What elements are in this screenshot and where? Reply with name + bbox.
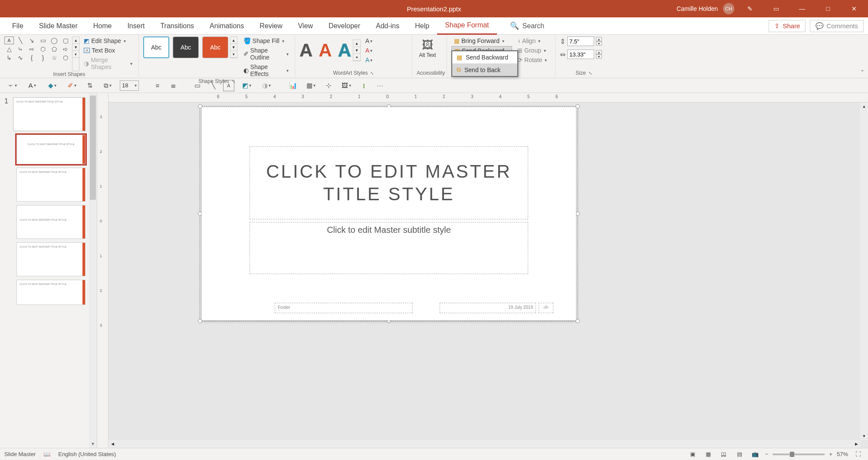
subtitle-placeholder[interactable]: Click to edit Master subtitle style [250,222,528,274]
shape-style-gallery[interactable]: Abc Abc Abc [143,36,228,58]
search-label[interactable]: Search [523,22,545,30]
maximize-button[interactable]: □ [818,0,838,17]
line-arrow-icon[interactable]: ↘ [27,36,36,44]
callout-shape-icon[interactable]: ⬡ [61,54,70,62]
comments-button[interactable]: 💬 Comments [810,20,864,32]
style-gallery-spinner[interactable]: ▲ ▼ ▾ [230,36,237,58]
triangle-shape-icon[interactable]: △ [4,45,14,53]
tab-shape-format[interactable]: Shape Format [437,17,496,35]
bring-forward-button[interactable]: ▦Bring Forward▾ [451,36,512,45]
date-placeholder[interactable]: 19 July 2019 [440,303,536,313]
align-button[interactable]: ⫞Align▾ [515,36,549,45]
star-shape-icon[interactable]: ☆ [49,54,59,62]
thumbnail-scrollbar[interactable]: ▲ ▼ [89,93,97,448]
spin-down-icon[interactable]: ▼ [353,47,360,54]
thumbnail-layout-2[interactable]: CLICK TO EDIT MASTER TITLE STYLE [16,168,85,202]
tab-home[interactable]: Home [85,17,120,35]
zoom-slider-knob[interactable] [790,452,794,457]
tab-file[interactable]: File [4,17,31,35]
font-size-selector[interactable]: 18▾ [120,80,139,91]
sorter-view-button[interactable]: ▦ [703,450,714,459]
slide[interactable]: CLICK TO EDIT MASTER TITLE STYLE Click t… [202,107,576,320]
shapes-gallery-spinner[interactable]: ▲ ▼ ▾ [72,36,79,71]
spin-more-icon[interactable]: ▾ [230,51,237,58]
oval-shape-icon[interactable]: ◯ [49,36,59,44]
height-input[interactable] [567,36,594,46]
rotate-button[interactable]: ⟳Rotate▾ [515,56,549,64]
guides-button[interactable]: ⫿ [358,80,370,91]
scroll-right-icon[interactable]: ▶ [852,440,860,448]
rounded-rect-icon[interactable]: ▢ [61,36,70,44]
connector-icon[interactable]: ↳ [4,54,14,62]
width-field[interactable]: ⇔ ▲▼ [560,50,608,59]
font-color-button[interactable]: A▾ [24,80,40,91]
slide-number-text[interactable]: ‹#› [543,305,549,310]
spin-up-icon[interactable]: ▲ [596,50,602,54]
date-text[interactable]: 19 July 2019 [508,305,533,310]
thumbnail-layout-3[interactable]: CLICK TO EDIT MASTER TITLE STYLE [16,205,85,239]
resize-handle-e[interactable] [575,212,580,216]
wordart-gallery-spinner[interactable]: ▲ ▼ ▾ [353,40,361,61]
spin-up-icon[interactable]: ▲ [72,37,79,44]
thumbnail-layout-5[interactable]: CLICK TO EDIT MASTER TITLE STYLE [16,280,85,305]
scroll-down-icon[interactable]: ▼ [89,440,97,448]
scroll-up-icon[interactable]: ▲ [860,103,868,110]
title-text[interactable]: CLICK TO EDIT MASTER TITLE STYLE [250,160,528,206]
style-swatch-3[interactable]: Abc [202,36,228,58]
spin-up-icon[interactable]: ▲ [596,37,602,41]
tab-addins[interactable]: Add-ins [368,17,407,35]
text-effects-button[interactable]: A▾ [364,56,374,64]
arrow-right-icon[interactable]: ➪ [61,45,70,53]
text-fill-button[interactable]: A▾ [364,36,374,45]
sort-button[interactable]: ⇅ [84,80,95,91]
spin-more-icon[interactable]: ▾ [72,51,79,58]
arrow-shape-icon[interactable]: ⇨ [27,45,36,53]
presenter-view-button[interactable]: 📺 [750,450,761,459]
footer-text[interactable]: Footer [278,305,290,310]
style-swatch-2[interactable]: Abc [173,36,199,58]
height-field[interactable]: ⇕ ▲▼ [560,36,608,46]
shape-effects-button[interactable]: ◐Shape Effects▾ [242,63,290,78]
table-button[interactable]: ▦▾ [303,80,319,91]
edit-shape-button[interactable]: ◩Edit Shape▾ [82,36,134,45]
tab-review[interactable]: Review [252,17,290,35]
tab-view[interactable]: View [290,17,321,35]
tab-transitions[interactable]: Transitions [152,17,202,35]
user-avatar[interactable]: CH [723,3,734,14]
resize-handle-ne[interactable] [575,104,580,109]
hexagon-shape-icon[interactable]: ⬡ [38,45,48,53]
text-box-button[interactable]: AText Box [82,46,134,55]
ribbon-display-options-icon[interactable]: ▭ [766,0,786,17]
thumbnail-layout-4[interactable]: CLICK TO EDIT MASTER TITLE STYLE [16,242,85,276]
subtitle-text[interactable]: Click to edit Master subtitle style [327,225,451,235]
close-button[interactable]: ✕ [844,0,865,17]
scrollbar-thumb[interactable] [90,96,96,200]
reading-view-button[interactable]: 🕮 [718,450,730,459]
dropdown-send-to-back[interactable]: ⧉Send to Back [452,63,517,76]
arrange-quick-button[interactable]: ⧉▾ [100,80,115,91]
dialog-launcher-icon[interactable]: ⤡ [232,79,235,84]
zoom-level[interactable]: 57% [837,451,848,457]
resize-handle-se[interactable] [575,319,580,323]
tab-insert[interactable]: Insert [119,17,152,35]
zoom-out-button[interactable]: − [765,451,769,457]
curve-shape-icon[interactable]: ⤷ [16,45,25,53]
alt-text-button[interactable]: 🖼 Alt Text [417,36,438,60]
scroll-left-icon[interactable]: ◀ [108,440,116,448]
tab-animations[interactable]: Animations [202,17,252,35]
wordart-swatch-2[interactable]: A [319,40,332,61]
spin-down-icon[interactable]: ▼ [230,44,237,51]
thumbnail-master[interactable]: CLICK TO EDIT MASTER TITLE STYLE [13,97,85,131]
dropdown-send-backward[interactable]: ▩Send Backward [452,51,517,63]
rectangle-shape-icon[interactable]: ▭ [38,36,48,44]
line-shape-icon[interactable]: ╲ [16,36,25,44]
freeform-icon[interactable]: ∿ [16,54,25,62]
title-placeholder[interactable]: CLICK TO EDIT MASTER TITLE STYLE [250,146,528,219]
tab-slide-master[interactable]: Slide Master [31,17,85,35]
shape-outline-button[interactable]: ✐Shape Outline▾ [242,46,290,62]
pentagon-shape-icon[interactable]: ⬠ [49,45,59,53]
zoom-slider[interactable] [773,453,825,455]
picture-button[interactable]: 🖼▾ [339,80,354,91]
normal-view-button[interactable]: ▣ [687,450,698,459]
shape-fill-quick-button[interactable]: ◆▾ [44,80,60,91]
